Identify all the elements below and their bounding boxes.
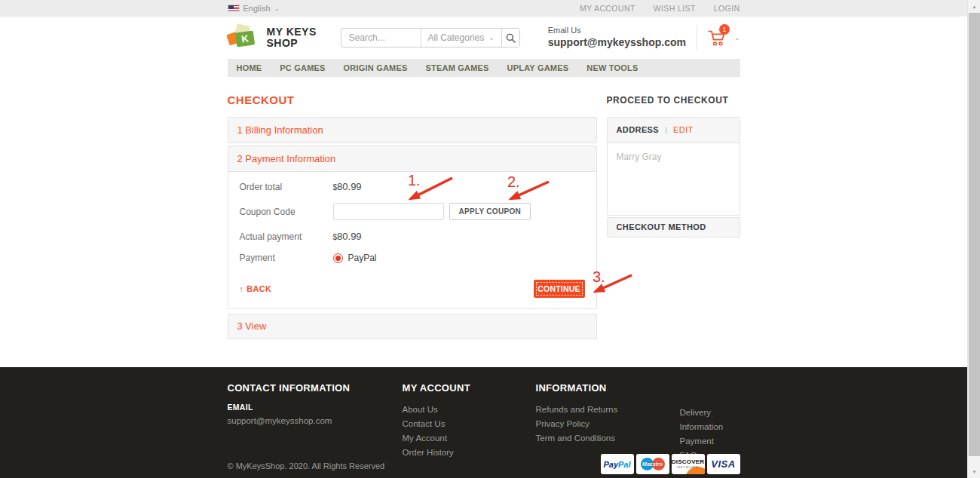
footer-link-refunds[interactable]: Refunds and Returns <box>536 403 618 417</box>
nav-item-uplay-games[interactable]: UPLAY GAMES <box>498 63 578 72</box>
cart-count-badge: 1 <box>719 24 730 35</box>
wish-list-link[interactable]: WISH LIST <box>654 4 696 13</box>
payment-label: Payment <box>240 253 333 263</box>
address-divider: | <box>665 125 667 134</box>
actual-payment-label: Actual payment <box>240 231 333 242</box>
footer-link-my-account[interactable]: My Account <box>403 431 470 446</box>
chevron-down-icon: ⌄ <box>274 5 280 12</box>
visa-card-icon: VISA <box>707 454 740 474</box>
my-account-link[interactable]: MY ACCOUNT <box>580 4 635 13</box>
actual-payment-value: $80.99 <box>333 231 362 242</box>
order-total-row: Order total $80.99 <box>240 181 585 192</box>
footer-email-value: support@mykeysshop.com <box>228 414 351 428</box>
paypal-label[interactable]: PayPal <box>348 253 377 263</box>
copyright-text: © MyKeysShop. 2020. All Rights Reserved <box>228 461 385 470</box>
site-footer: CONTACT INFORMATION EMAIL support@mykeys… <box>0 367 967 478</box>
address-box: ADDRESS | EDIT Marry Gray <box>607 117 740 216</box>
footer-link-terms[interactable]: Term and Conditions <box>536 431 618 446</box>
contact-information-heading: CONTACT INFORMATION <box>228 382 351 394</box>
main-nav-wrap: HOME PC GAMES ORIGIN GAMES STEAM GAMES U… <box>0 59 967 77</box>
information-heading: INFORMATION <box>536 382 618 394</box>
nav-item-steam-games[interactable]: STEAM GAMES <box>417 63 498 72</box>
language-selector[interactable]: English ⌄ <box>228 4 280 13</box>
continue-button[interactable]: CONTINUE <box>534 280 585 298</box>
step-billing-information[interactable]: 1 Billing Information <box>228 117 597 143</box>
nav-item-new-tools[interactable]: NEW TOOLS <box>577 63 647 72</box>
footer-link-payment[interactable]: Payment <box>680 434 740 449</box>
search-button[interactable] <box>501 29 519 47</box>
coupon-row: Coupon Code APPLY COUPON <box>240 203 585 220</box>
scrollbar-up-arrow[interactable]: ▲ <box>968 0 980 13</box>
nav-item-pc-games[interactable]: PC GAMES <box>271 63 334 72</box>
logo-keys-icon: K <box>228 23 261 52</box>
maestro-card-icon: Maestro <box>636 454 669 474</box>
contact-email: Email Us support@mykeysshop.com <box>548 26 686 49</box>
checkout-page: English ⌄ MY ACCOUNT WISH LIST LOGIN K <box>0 0 980 478</box>
address-label: ADDRESS <box>617 125 660 134</box>
site-header: K MY KEYS SHOP All Categories ⌄ <box>0 17 967 59</box>
my-account-heading: MY ACCOUNT <box>403 382 470 394</box>
us-flag-icon <box>228 5 240 12</box>
login-link[interactable]: LOGIN <box>714 4 740 13</box>
step-payment-information: 2 Payment Information Order total $80.99… <box>228 146 597 309</box>
chevron-down-icon: ⌄ <box>488 35 495 41</box>
category-dropdown[interactable]: All Categories ⌄ <box>421 29 501 47</box>
coupon-code-label: Coupon Code <box>240 207 333 217</box>
back-link[interactable]: ↑ BACK <box>240 284 272 293</box>
proceed-to-checkout-title: PROCEED TO CHECKOUT <box>607 95 740 106</box>
language-label: English <box>243 4 271 13</box>
top-utility-bar: English ⌄ MY ACCOUNT WISH LIST LOGIN <box>0 0 967 17</box>
footer-link-order-history[interactable]: Order History <box>403 446 470 460</box>
apply-coupon-button[interactable]: APPLY COUPON <box>449 203 531 220</box>
nav-item-home[interactable]: HOME <box>228 63 271 72</box>
main-nav: HOME PC GAMES ORIGIN GAMES STEAM GAMES U… <box>228 59 740 77</box>
search-icon <box>506 33 516 43</box>
chevron-down-icon: ⌄ <box>734 35 740 41</box>
paypal-radio[interactable] <box>333 253 343 263</box>
discover-card-icon: DISCOVERNETWORK <box>672 454 705 474</box>
logo-text: MY KEYS SHOP <box>267 26 317 49</box>
actual-payment-row: Actual payment $80.99 <box>240 231 585 242</box>
footer-link-delivery[interactable]: Delivery Information <box>680 406 740 434</box>
scrollbar-down-arrow[interactable]: ▼ <box>968 465 980 478</box>
search-bar: All Categories ⌄ <box>341 28 520 47</box>
coupon-code-input[interactable] <box>333 203 444 220</box>
edit-address-link[interactable]: EDIT <box>673 125 694 134</box>
up-arrow-icon: ↑ <box>240 284 244 293</box>
search-input[interactable] <box>341 29 421 47</box>
header-divider <box>697 25 697 51</box>
order-total-value: $80.99 <box>333 181 362 192</box>
main-content: CHECKOUT 1 Billing Information 2 Payment… <box>0 77 967 367</box>
step-view[interactable]: 3 View <box>228 314 597 339</box>
payment-method-row: Payment PayPal <box>240 253 585 263</box>
footer-link-about-us[interactable]: About Us <box>403 403 470 417</box>
order-total-label: Order total <box>240 182 333 192</box>
address-name: Marry Gray <box>608 143 740 215</box>
vertical-scrollbar[interactable]: ▲ ▼ <box>967 0 980 478</box>
paypal-card-icon: PayPal <box>601 454 634 474</box>
scrollbar-thumb[interactable] <box>969 13 980 456</box>
footer-email-label: EMAIL <box>228 403 351 412</box>
checkout-method-box[interactable]: CHECKOUT METHOD <box>607 217 740 237</box>
site-logo[interactable]: K MY KEYS SHOP <box>228 23 317 52</box>
footer-link-contact-us[interactable]: Contact Us <box>403 417 470 431</box>
nav-item-origin-games[interactable]: ORIGIN GAMES <box>335 63 417 72</box>
page-title: CHECKOUT <box>228 93 597 106</box>
payment-methods: PayPal Maestro DISCOVERNETWORK VISA <box>601 454 740 474</box>
footer-link-privacy[interactable]: Privacy Policy <box>536 417 618 431</box>
cart-button[interactable]: 1 ⌄ <box>708 29 740 47</box>
payment-information-header[interactable]: 2 Payment Information <box>228 146 596 172</box>
